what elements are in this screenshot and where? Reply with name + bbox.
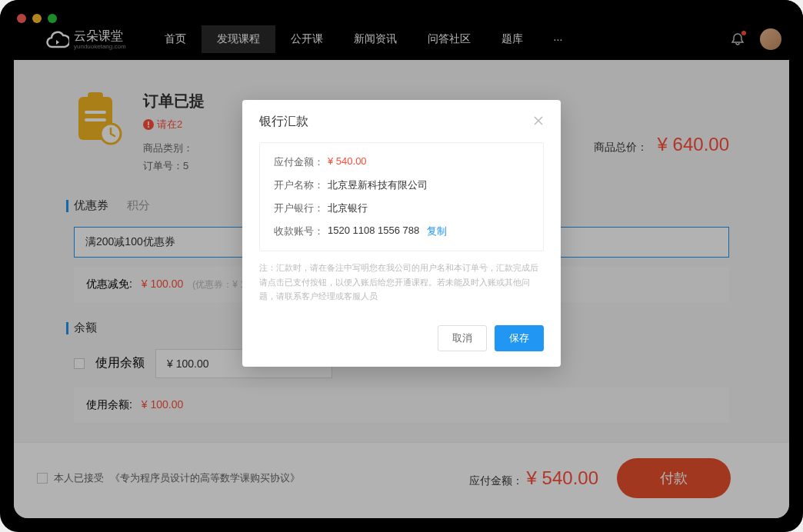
modal-title: 银行汇款 xyxy=(259,114,308,130)
cancel-button[interactable]: 取消 xyxy=(438,325,487,351)
bank-info-box: 应付金额： ¥ 540.00 开户名称： 北京昱新科技有限公司 开户银行： 北京… xyxy=(259,142,544,251)
bank-transfer-modal: 银行汇款 应付金额： ¥ 540.00 开户名称： 北京昱新科技有限公司 xyxy=(242,100,561,367)
copy-link[interactable]: 复制 xyxy=(427,224,447,238)
account-name-value: 北京昱新科技有限公司 xyxy=(328,178,428,192)
modal-overlay[interactable]: 银行汇款 应付金额： ¥ 540.00 开户名称： 北京昱新科技有限公司 xyxy=(0,0,803,532)
save-button[interactable]: 保存 xyxy=(495,325,544,351)
bank-label: 开户银行： xyxy=(274,201,328,215)
account-number-value: 1520 1108 1556 788 xyxy=(328,224,419,238)
amount-value: ¥ 540.00 xyxy=(328,155,367,169)
amount-label: 应付金额： xyxy=(274,155,328,169)
close-icon[interactable] xyxy=(533,115,544,129)
account-number-label: 收款账号： xyxy=(274,224,328,238)
modal-note: 注：汇款时，请在备注中写明您在我公司的用户名和本订单号，汇款完成后请点击已支付按… xyxy=(259,261,544,304)
account-name-label: 开户名称： xyxy=(274,178,328,192)
bank-value: 北京银行 xyxy=(328,201,368,215)
